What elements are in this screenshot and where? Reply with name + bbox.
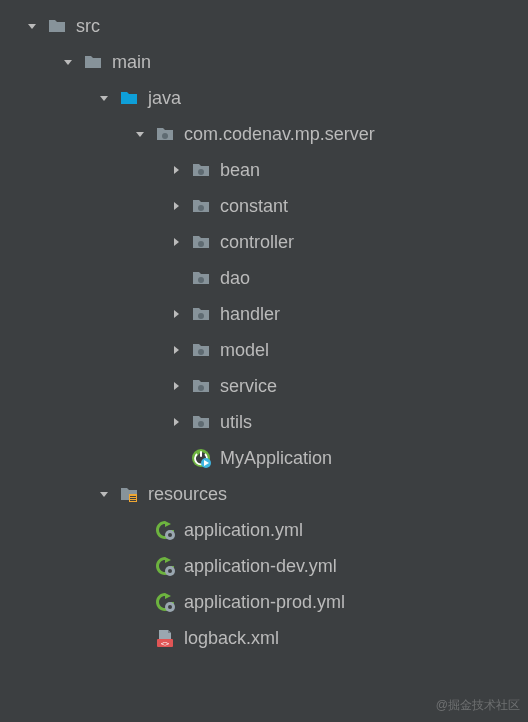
svg-point-2 [198, 205, 204, 211]
tree-node-label: utils [220, 412, 252, 433]
chevron-right-icon[interactable] [164, 194, 188, 218]
tree-node[interactable]: src [0, 8, 528, 44]
tree-node-label: logback.xml [184, 628, 279, 649]
spring-yml-icon [154, 519, 176, 541]
svg-point-7 [198, 385, 204, 391]
tree-node-label: application-prod.yml [184, 592, 345, 613]
tree-node[interactable]: application-prod.yml [0, 584, 528, 620]
package-icon [190, 267, 212, 289]
xml-icon: <> [154, 627, 176, 649]
package-icon [190, 375, 212, 397]
tree-node[interactable]: java [0, 80, 528, 116]
tree-node-label: model [220, 340, 269, 361]
package-icon [190, 303, 212, 325]
folder-blue-icon [118, 87, 140, 109]
watermark: @掘金技术社区 [436, 697, 520, 714]
tree-node[interactable]: dao [0, 260, 528, 296]
tree-node[interactable]: service [0, 368, 528, 404]
tree-node[interactable]: resources [0, 476, 528, 512]
svg-point-8 [198, 421, 204, 427]
svg-rect-10 [200, 451, 202, 457]
tree-node[interactable]: constant [0, 188, 528, 224]
chevron-down-icon[interactable] [92, 482, 116, 506]
tree-node-label: com.codenav.mp.server [184, 124, 375, 145]
chevron-right-icon[interactable] [164, 374, 188, 398]
tree-node-label: controller [220, 232, 294, 253]
svg-rect-14 [130, 498, 136, 499]
tree-node[interactable]: model [0, 332, 528, 368]
svg-rect-13 [130, 496, 136, 497]
package-icon [190, 411, 212, 433]
tree-node[interactable]: controller [0, 224, 528, 260]
tree-node[interactable]: bean [0, 152, 528, 188]
tree-node-label: resources [148, 484, 227, 505]
tree-node-label: handler [220, 304, 280, 325]
tree-node-label: java [148, 88, 181, 109]
chevron-right-icon[interactable] [164, 338, 188, 362]
tree-node[interactable]: MyApplication [0, 440, 528, 476]
folder-grey-icon [46, 15, 68, 37]
tree-node-label: constant [220, 196, 288, 217]
chevron-right-icon[interactable] [164, 158, 188, 182]
package-icon [190, 159, 212, 181]
tree-node[interactable]: application.yml [0, 512, 528, 548]
tree-node-label: MyApplication [220, 448, 332, 469]
tree-node-label: src [76, 16, 100, 37]
chevron-down-icon[interactable] [92, 86, 116, 110]
package-icon [190, 231, 212, 253]
chevron-right-icon[interactable] [164, 410, 188, 434]
chevron-down-icon[interactable] [56, 50, 80, 74]
package-icon [190, 195, 212, 217]
tree-node-label: bean [220, 160, 260, 181]
tree-node-label: main [112, 52, 151, 73]
chevron-right-icon[interactable] [164, 302, 188, 326]
svg-rect-15 [130, 500, 136, 501]
svg-point-21 [168, 605, 172, 609]
chevron-down-icon[interactable] [128, 122, 152, 146]
tree-node[interactable]: application-dev.yml [0, 548, 528, 584]
package-icon [154, 123, 176, 145]
tree-node-label: dao [220, 268, 250, 289]
tree-node[interactable]: handler [0, 296, 528, 332]
svg-point-19 [168, 569, 172, 573]
svg-point-5 [198, 313, 204, 319]
package-icon [190, 339, 212, 361]
folder-resources-icon [118, 483, 140, 505]
chevron-down-icon[interactable] [20, 14, 44, 38]
project-tree: srcmainjavacom.codenav.mp.serverbeancons… [0, 8, 528, 656]
tree-node-label: application-dev.yml [184, 556, 337, 577]
tree-node[interactable]: main [0, 44, 528, 80]
tree-node-label: service [220, 376, 277, 397]
svg-point-17 [168, 533, 172, 537]
spring-yml-icon [154, 555, 176, 577]
svg-text:<>: <> [161, 640, 169, 648]
tree-node[interactable]: utils [0, 404, 528, 440]
tree-node[interactable]: <>logback.xml [0, 620, 528, 656]
tree-node[interactable]: com.codenav.mp.server [0, 116, 528, 152]
chevron-right-icon[interactable] [164, 230, 188, 254]
svg-point-4 [198, 277, 204, 283]
svg-point-1 [198, 169, 204, 175]
svg-point-0 [162, 133, 168, 139]
folder-grey-icon [82, 51, 104, 73]
svg-point-6 [198, 349, 204, 355]
tree-node-label: application.yml [184, 520, 303, 541]
svg-point-3 [198, 241, 204, 247]
spring-yml-icon [154, 591, 176, 613]
spring-boot-icon [190, 447, 212, 469]
